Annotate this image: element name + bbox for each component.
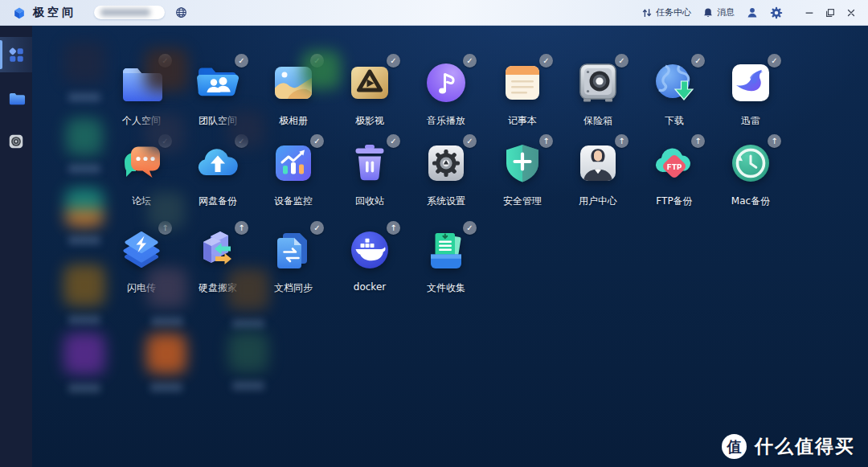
installed-check-badge: ✓: [387, 54, 400, 68]
user-button[interactable]: [746, 6, 759, 19]
download-icon: ✓: [650, 59, 698, 107]
topbar: 极空间 任务中心 消息: [0, 0, 868, 26]
app-label: 迅雷: [717, 114, 784, 128]
app-label: 文件收集: [412, 281, 480, 295]
update-available-badge: ↑: [615, 134, 628, 148]
app-title: 极空间: [33, 6, 76, 20]
app-movies[interactable]: ✓极影视: [336, 59, 403, 128]
disk-migration-icon: ↑: [194, 226, 242, 274]
app-doc-sync[interactable]: ✓文档同步: [260, 226, 327, 295]
notepad-icon: ✓: [498, 59, 547, 107]
app-label: 音乐播放: [412, 114, 480, 128]
app-mac-backup[interactable]: ↑Mac备份: [717, 139, 784, 208]
blurred-app-icon: [145, 114, 184, 153]
close-icon: [845, 7, 857, 18]
smzdm-logo-icon: 值: [722, 434, 747, 459]
app-docker[interactable]: ↑docker: [336, 226, 403, 293]
zspace-logo-icon: [11, 5, 27, 21]
app-user-center[interactable]: ↑用户中心: [564, 139, 632, 208]
app-label: 保险箱: [564, 114, 632, 128]
app-cloud-backup[interactable]: ✓网盘备份: [184, 139, 252, 208]
app-ftp-backup[interactable]: FTP↑FTP备份: [641, 139, 708, 208]
globe-icon[interactable]: [175, 6, 187, 18]
app-safe-box[interactable]: ✓保险箱: [564, 59, 632, 128]
app-label: FTP备份: [641, 195, 708, 208]
app-xunlei[interactable]: ✓迅雷: [717, 59, 784, 128]
minimize-button[interactable]: [800, 4, 818, 22]
blurred-app-icon: [65, 188, 104, 227]
blurred-app-label: [150, 383, 182, 391]
task-center-button[interactable]: 任务中心: [641, 6, 691, 18]
app-label: 网盘备份: [184, 195, 252, 208]
app-security[interactable]: ↑安全管理: [489, 139, 556, 208]
messages-label: 消息: [717, 6, 735, 18]
app-label: 极影视: [336, 114, 403, 128]
installed-check-badge: ✓: [691, 54, 705, 68]
installed-check-badge: ✓: [463, 134, 477, 148]
app-label: 系统设置: [412, 195, 480, 208]
blurred-app-label: [68, 384, 100, 392]
app-label: 回收站: [336, 195, 403, 208]
app-label: 极相册: [260, 114, 327, 128]
close-button[interactable]: [842, 4, 860, 22]
app-recycle-bin[interactable]: ✓回收站: [336, 139, 403, 208]
blurred-app-label: [68, 236, 100, 244]
bell-icon: [702, 7, 714, 18]
desktop[interactable]: ✓个人空间✓团队空间✓极相册✓极影视✓音乐播放✓记事本✓保险箱✓下载✓迅雷✓论坛…: [32, 26, 868, 467]
update-available-badge: ↑: [539, 134, 553, 148]
task-center-label: 任务中心: [656, 6, 691, 18]
app-notepad[interactable]: ✓记事本: [489, 59, 556, 128]
update-available-badge: ↑: [768, 134, 781, 148]
lightning-transfer-icon: ↑: [117, 226, 166, 274]
blurred-app-label: [151, 317, 183, 326]
account-name-pill-blurred[interactable]: [94, 6, 165, 19]
blurred-app-icon: [63, 264, 105, 306]
update-available-badge: ↑: [387, 221, 400, 235]
smzdm-watermark-text: 什么值得买: [755, 434, 855, 459]
music-player-icon: ✓: [422, 59, 470, 107]
system-settings-icon: ✓: [422, 139, 470, 187]
sidebar-item-apps[interactable]: [0, 37, 32, 72]
file-collect-icon: ✓: [422, 226, 470, 274]
ftp-backup-icon: FTP↑: [650, 139, 698, 187]
app-download[interactable]: ✓下载: [641, 59, 708, 128]
installed-check-badge: ✓: [463, 54, 477, 68]
system-chip-icon: [7, 133, 25, 150]
restore-icon: [825, 7, 836, 18]
installed-check-badge: ✓: [463, 221, 477, 235]
installed-check-badge: ✓: [235, 54, 248, 68]
update-available-badge: ↑: [235, 221, 248, 235]
app-label: docker: [336, 281, 403, 293]
movies-icon: ✓: [346, 59, 394, 107]
update-available-badge: ↑: [691, 134, 705, 148]
messages-button[interactable]: 消息: [702, 6, 735, 18]
settings-button[interactable]: [770, 6, 783, 19]
blurred-app-icon: [145, 48, 188, 92]
folder-icon: [7, 89, 26, 108]
app-label: Mac备份: [717, 195, 784, 208]
app-label: 设备监控: [260, 195, 327, 208]
xunlei-icon: ✓: [727, 59, 775, 107]
blurred-app-icon: [148, 192, 185, 229]
app-device-monitor[interactable]: ✓设备监控: [260, 139, 327, 208]
installed-check-badge: ✓: [539, 54, 553, 68]
user-center-icon: ↑: [574, 139, 622, 187]
sidebar-item-files[interactable]: [0, 80, 32, 116]
app-system-settings[interactable]: ✓系统设置: [412, 139, 480, 208]
restore-button[interactable]: [821, 4, 839, 22]
blurred-app-icon: [63, 42, 105, 84]
app-label: 文档同步: [260, 281, 327, 295]
blurred-app-icon: [146, 334, 186, 374]
app-window: 极空间 任务中心 消息: [0, 0, 868, 467]
blurred-app-label: [68, 93, 100, 101]
installed-check-badge: ✓: [310, 221, 324, 235]
blurred-app-icon: [228, 332, 268, 372]
svg-text:FTP: FTP: [667, 163, 682, 171]
sidebar-item-system[interactable]: [0, 124, 32, 159]
app-label: 下载: [641, 114, 708, 128]
app-file-collect[interactable]: ✓文件收集: [412, 226, 480, 295]
blurred-app-icon: [227, 268, 269, 310]
installed-check-badge: ✓: [615, 54, 628, 68]
blurred-app-icon: [147, 268, 187, 308]
app-music-player[interactable]: ✓音乐播放: [412, 59, 480, 128]
